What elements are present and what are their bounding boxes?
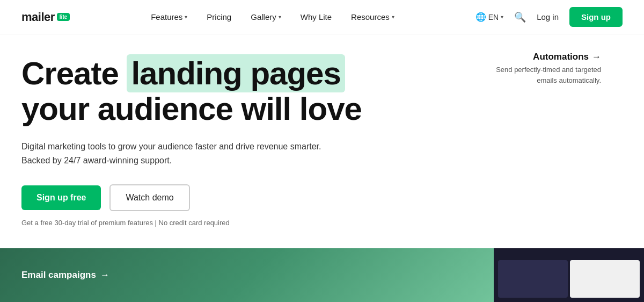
login-button[interactable]: Log in: [537, 12, 559, 21]
chevron-down-icon: ▾: [279, 14, 281, 20]
highlight-text: landing pages: [127, 54, 345, 92]
header-right: 🌐 EN ▾ 🔍 Log in Sign up: [475, 7, 623, 27]
nav-resources[interactable]: Resources ▾: [351, 12, 394, 21]
nav-gallery[interactable]: Gallery ▾: [251, 12, 281, 21]
chevron-down-icon: ▾: [392, 14, 394, 20]
hero-buttons: Sign up free Watch demo: [21, 184, 397, 211]
bottom-preview-section: [494, 248, 644, 302]
automations-card: Automations → Send perfectly-timed and t…: [483, 45, 623, 92]
logo[interactable]: mailer lite: [21, 10, 70, 24]
watch-demo-button[interactable]: Watch demo: [109, 184, 189, 211]
signup-button[interactable]: Sign up: [569, 7, 623, 27]
chevron-down-icon: ▾: [185, 14, 187, 20]
chevron-down-icon: ▾: [501, 14, 503, 20]
email-campaigns-label: Email campaigns →: [21, 270, 109, 281]
hero-subtitle: Digital marketing tools to grow your aud…: [21, 140, 343, 167]
nav-features[interactable]: Features ▾: [151, 12, 187, 21]
nav-pricing[interactable]: Pricing: [207, 12, 231, 21]
logo-badge: lite: [57, 13, 70, 21]
automations-title: Automations →: [483, 52, 601, 62]
hero-title: Create landing pages your audience will …: [21, 56, 397, 127]
bottom-section: Email campaigns →: [0, 248, 644, 302]
automations-description: Send perfectly-timed and targeted emails…: [483, 64, 601, 85]
preview-block-dark: [498, 260, 568, 298]
globe-icon: 🌐: [475, 12, 486, 22]
language-selector[interactable]: 🌐 EN ▾: [475, 12, 503, 22]
signup-free-button[interactable]: Sign up free: [21, 185, 101, 210]
logo-text: mailer: [21, 10, 55, 24]
main-nav: Features ▾ Pricing Gallery ▾ Why Lite Re…: [151, 12, 394, 21]
nav-why-lite[interactable]: Why Lite: [301, 12, 332, 21]
search-icon[interactable]: 🔍: [514, 11, 526, 23]
hero-note: Get a free 30-day trial of premium featu…: [21, 219, 397, 227]
preview-block-light: [570, 260, 640, 298]
header: mailer lite Features ▾ Pricing Gallery ▾…: [0, 0, 644, 34]
